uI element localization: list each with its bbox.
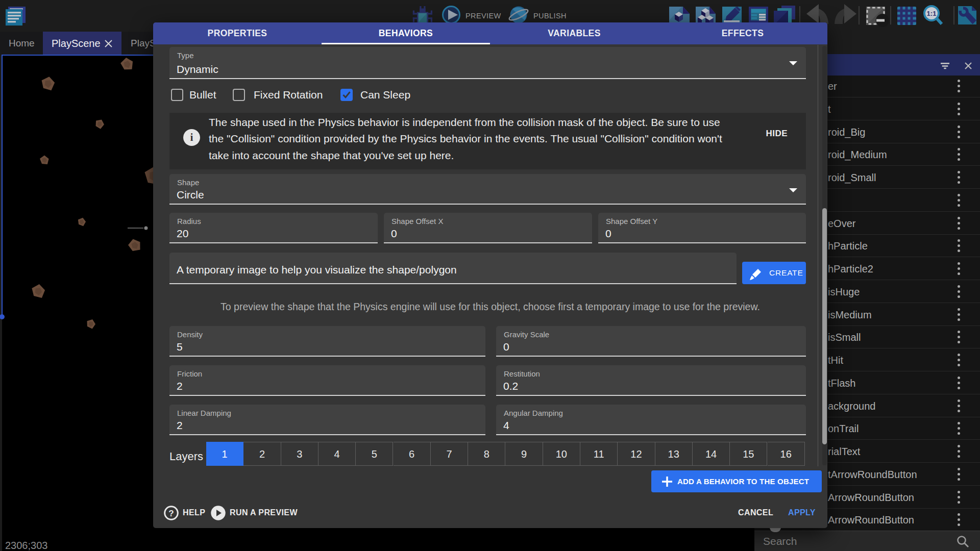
svg-text:1:1: 1:1 xyxy=(927,10,937,17)
svg-text:?: ? xyxy=(168,509,174,518)
